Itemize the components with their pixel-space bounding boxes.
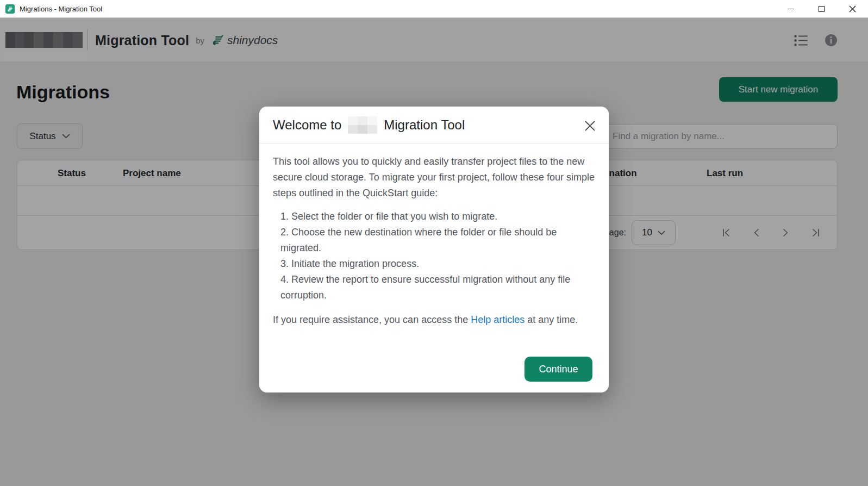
- modal-intro: This tool allows you to quickly and easi…: [273, 154, 595, 201]
- window-controls: [775, 0, 868, 17]
- assistance-text: If you require assistance, you can acces…: [273, 312, 595, 328]
- modal-body: This tool allows you to quickly and easi…: [259, 144, 609, 328]
- app-logo-icon: [5, 4, 15, 14]
- step-item: 4. Review the report to ensure successfu…: [280, 272, 595, 303]
- modal-title: Welcome to Migration Tool: [273, 116, 465, 134]
- modal-title-suffix: Migration Tool: [384, 117, 465, 133]
- assistance-text-post: at any time.: [524, 314, 578, 325]
- step-item: 2. Choose the new destination where the …: [280, 225, 595, 256]
- assistance-text-pre: If you require assistance, you can acces…: [273, 314, 471, 325]
- modal-close-button[interactable]: [584, 120, 596, 132]
- step-item: 3. Initiate the migration process.: [280, 256, 595, 272]
- maximize-icon: [819, 6, 825, 12]
- minimize-button[interactable]: [775, 0, 806, 17]
- close-window-button[interactable]: [837, 0, 868, 17]
- help-articles-link[interactable]: Help articles: [471, 314, 524, 325]
- minimize-icon: [788, 9, 794, 9]
- window-title: Migrations - Migration Tool: [20, 5, 102, 13]
- quickstart-steps: 1. Select the folder or file that you wi…: [273, 209, 595, 303]
- redacted-brand-word: [348, 116, 377, 134]
- close-icon: [849, 5, 856, 13]
- close-icon: [585, 121, 595, 131]
- welcome-modal: Welcome to Migration Tool This tool allo…: [259, 107, 609, 392]
- titlebar: Migrations - Migration Tool: [0, 0, 868, 18]
- continue-button[interactable]: Continue: [524, 357, 592, 382]
- modal-title-prefix: Welcome to: [273, 117, 341, 133]
- maximize-button[interactable]: [806, 0, 837, 17]
- modal-header: Welcome to Migration Tool: [259, 107, 609, 144]
- step-item: 1. Select the folder or file that you wi…: [280, 209, 595, 225]
